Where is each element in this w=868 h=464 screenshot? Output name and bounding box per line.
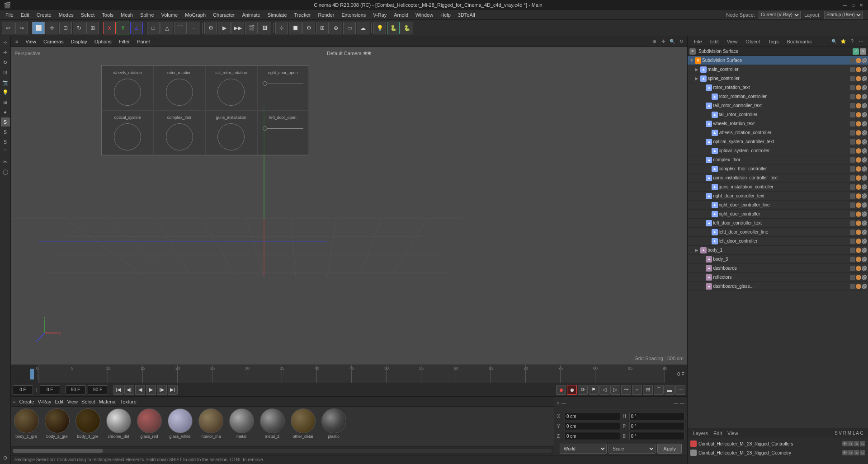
om-help-icon[interactable]: ? <box>848 37 856 46</box>
layer-gen-dot[interactable]: G <box>860 450 865 455</box>
material-scrollbar-track[interactable] <box>13 449 552 453</box>
obj-vis-dot[interactable] <box>850 202 855 208</box>
obj-render-dot[interactable] <box>862 130 867 136</box>
obj-render-dot[interactable] <box>862 76 867 81</box>
sidebar-light-icon[interactable]: 💡 <box>1 88 10 97</box>
playback-preview-end-field[interactable] <box>88 385 108 394</box>
ctrl-right-door[interactable]: right_door_open <box>257 66 309 110</box>
picture-viewer-button[interactable]: 🖼 <box>259 22 271 34</box>
obj-status-dot[interactable] <box>856 85 861 90</box>
obj-vis-dot[interactable] <box>850 175 855 181</box>
obj-vis-dot[interactable] <box>850 266 855 271</box>
obj-item-wheels_rotation_text[interactable]: ▲ wheels_rotation_text <box>688 119 868 128</box>
select-tool-button[interactable]: ⬜ <box>32 22 45 34</box>
render-view-button[interactable]: ▶ <box>218 22 231 34</box>
layer-tab-edit[interactable]: Edit <box>711 430 725 437</box>
obj-render-dot[interactable] <box>862 275 867 280</box>
obj-vis-dot[interactable] <box>850 103 855 108</box>
material-item-plastic[interactable]: plastic <box>320 408 347 439</box>
obj-vis-dot[interactable] <box>850 193 855 199</box>
apply-button[interactable]: Apply <box>657 444 682 454</box>
obj-render-dot[interactable] <box>862 166 867 172</box>
tf-x-field[interactable]: 0 cm <box>565 412 620 420</box>
layer-gen-dot[interactable]: G <box>860 441 865 446</box>
obj-item-tail_rotor_controller[interactable]: ▲ tail_rotor_controller <box>688 110 868 119</box>
obj-status-dot[interactable] <box>856 148 861 154</box>
obj-item-leftt_door_controller_line[interactable]: ▲ leftt_door_controller_line <box>688 228 868 237</box>
obj-status-dot[interactable] <box>856 248 861 253</box>
menu-file[interactable]: File <box>2 11 17 19</box>
redo-button[interactable]: ↪ <box>15 22 28 34</box>
obj-vis-dot[interactable] <box>850 76 855 81</box>
obj-status-dot[interactable] <box>856 76 861 81</box>
snap-button[interactable]: 🔲 <box>289 22 302 34</box>
sidebar-materials-icon[interactable]: ● <box>1 108 10 117</box>
vp-menu-panel[interactable]: Panel <box>134 38 152 45</box>
obj-item-rotor_rotation_controller[interactable]: ▲ rotor_rotation_controller <box>688 92 868 101</box>
obj-vis-dot[interactable] <box>850 184 855 190</box>
poly-mode-button[interactable]: △ <box>160 22 173 34</box>
obj-status-dot[interactable] <box>856 211 861 217</box>
material-item-glass_red[interactable]: glass_red <box>136 408 163 439</box>
material-item-body_2_gre[interactable]: body_2_gre <box>43 408 71 439</box>
obj-vis-dot[interactable] <box>850 239 855 244</box>
obj-status-dot[interactable] <box>856 121 861 127</box>
obj-item-body_3[interactable]: ▲ body_3 <box>688 255 868 264</box>
light-button[interactable]: 💡 <box>373 22 386 34</box>
obj-item-optical_system_controller_text[interactable]: ▲ optical_system_controller_text <box>688 137 868 146</box>
mat-vray[interactable]: V-Ray <box>38 399 51 404</box>
point-mode-button[interactable]: · <box>188 22 200 34</box>
ctrl-tail-circle[interactable] <box>217 79 245 106</box>
next-key-button[interactable]: ▷ <box>610 385 620 395</box>
menu-window[interactable]: Window <box>412 11 437 19</box>
layer-tab-view[interactable]: View <box>725 430 741 437</box>
ctrl-rotor-rotation[interactable]: rotor_rotation <box>154 66 206 110</box>
coord-system-select[interactable]: World Object Camera <box>560 444 607 454</box>
obj-item-Subdivision_Surface[interactable]: ▼ ⊞ Subdivision Surface <box>688 56 868 65</box>
layer-vis-dot[interactable]: 👁 <box>842 441 848 446</box>
obj-item-tail_rotor_controller_text[interactable]: ▲ tail_rotor_controller_text <box>688 101 868 110</box>
material-item-metal_2[interactable]: metal_2 <box>259 408 286 439</box>
obj-render-dot[interactable] <box>862 58 867 63</box>
obj-vis-dot[interactable] <box>850 139 855 145</box>
om-check-icon[interactable]: ✓ <box>853 48 859 55</box>
obj-item-spine_controller[interactable]: ▶ ▲ spine_controller <box>688 74 868 83</box>
axis-y-button[interactable]: Y <box>117 22 129 34</box>
timeline-button[interactable]: ≡ <box>632 385 642 395</box>
obj-item-left_door_controller_text[interactable]: ▲ left_door_controller_text <box>688 219 868 228</box>
obj-item-optical_system_controller[interactable]: ▲ optical_system_controller <box>688 146 868 155</box>
axis-x-button[interactable]: X <box>103 22 116 34</box>
obj-vis-dot[interactable] <box>850 121 855 127</box>
playback-current-field[interactable] <box>40 385 60 394</box>
layer-tab-layers[interactable]: Layers <box>690 430 711 437</box>
mat-view[interactable]: View <box>67 399 78 404</box>
layer-anim-dot[interactable]: A <box>854 450 859 455</box>
playback-end-field[interactable] <box>66 385 86 394</box>
obj-status-dot[interactable] <box>856 139 861 145</box>
obj-render-dot[interactable] <box>862 239 867 244</box>
key-all-button[interactable]: ⚑ <box>589 385 599 395</box>
obj-item-right_door_controller_line[interactable]: ▲ right_door_controller_line <box>688 201 868 210</box>
timeline-playhead-handle[interactable] <box>30 369 34 380</box>
menu-extensions[interactable]: Extensions <box>338 11 369 19</box>
obj-render-dot[interactable] <box>862 184 867 190</box>
om-tab-bookmarks[interactable]: Bookmarks <box>783 38 815 45</box>
material-item-interior_ma[interactable]: interior_ma <box>197 408 224 439</box>
axis-button[interactable]: ⊕ <box>330 22 342 34</box>
ctrl-complex-circle[interactable] <box>166 123 193 150</box>
obj-status-dot[interactable] <box>856 257 861 262</box>
sidebar-bottom1-icon[interactable]: ⊙ <box>1 453 10 462</box>
layout-select[interactable]: Startup (User) <box>824 11 863 19</box>
obj-render-dot[interactable] <box>862 148 867 154</box>
obj-vis-dot[interactable] <box>850 130 855 136</box>
obj-render-dot[interactable] <box>862 193 867 199</box>
menu-modes[interactable]: Modes <box>55 11 77 19</box>
menu-arnold[interactable]: Arnold <box>390 11 412 19</box>
motion-path-button[interactable]: 〜 <box>621 385 631 395</box>
om-more-icon[interactable]: ⋯ <box>857 37 865 46</box>
layer-anim-dot[interactable]: A <box>854 441 859 446</box>
obj-render-dot[interactable] <box>862 284 867 289</box>
mat-create[interactable]: Create <box>19 399 34 404</box>
material-item-body_3_gre[interactable]: body_3_gre <box>74 408 101 439</box>
ctrl-right-door-dot[interactable] <box>263 81 267 86</box>
